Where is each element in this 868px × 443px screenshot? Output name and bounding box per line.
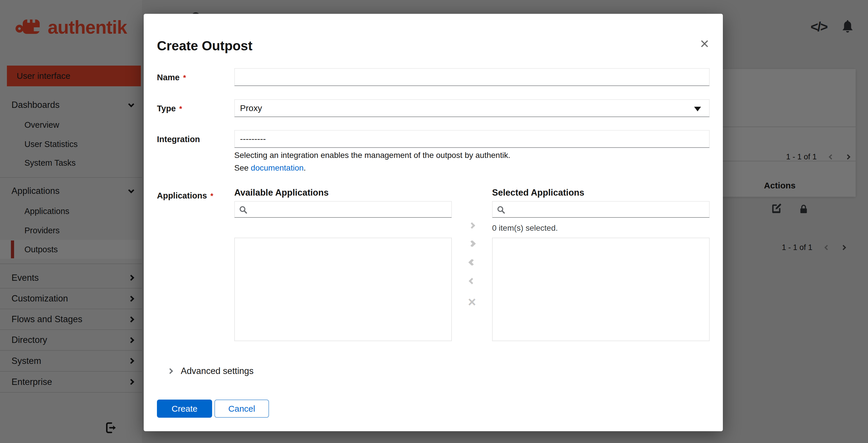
integration-label: Integration xyxy=(157,135,200,144)
create-outpost-modal: Create Outpost × Name* Type* Proxy xyxy=(144,14,723,431)
required-marker: * xyxy=(210,191,213,200)
label-text: Name xyxy=(157,73,180,82)
help-text: . xyxy=(304,164,306,172)
move-selected-left-button[interactable] xyxy=(452,279,492,283)
required-marker: * xyxy=(179,105,182,113)
search-icon xyxy=(497,205,505,214)
app-root: authentik User interface Dashboards Over… xyxy=(0,0,868,443)
transfer-controls: × xyxy=(452,187,492,341)
selected-applications-list[interactable] xyxy=(492,238,710,341)
label-text: Type xyxy=(157,104,176,113)
selected-search-input[interactable] xyxy=(509,202,707,217)
type-label: Type* xyxy=(157,104,182,113)
search-icon xyxy=(239,205,247,214)
selected-count: 0 item(s) selected. xyxy=(492,224,710,233)
label-text: Applications xyxy=(157,191,207,200)
double-chevron-left-icon xyxy=(469,259,476,266)
type-select-value: Proxy xyxy=(240,103,262,113)
move-all-right-button[interactable] xyxy=(452,241,492,246)
form-row-name: Name* xyxy=(157,68,710,86)
available-applications-title: Available Applications xyxy=(234,187,452,199)
modal-title: Create Outpost xyxy=(157,38,252,54)
help-text: See xyxy=(234,164,251,172)
available-search xyxy=(234,201,452,218)
move-selected-right-button[interactable] xyxy=(452,223,492,228)
selected-applications-pane: Selected Applications 0 item(s) selected… xyxy=(492,187,710,341)
advanced-settings-toggle[interactable]: Advanced settings xyxy=(168,365,253,377)
integration-help-line2: See documentation. xyxy=(234,164,306,173)
form-row-applications: Applications* Available Applications xyxy=(157,187,710,341)
caret-down-icon xyxy=(694,107,701,111)
modal-footer: Create Cancel xyxy=(157,400,269,418)
available-applications-pane: Available Applications xyxy=(234,187,452,341)
chevron-right-icon xyxy=(167,368,173,374)
selected-search xyxy=(492,201,710,218)
applications-label: Applications* xyxy=(157,191,213,201)
required-marker: * xyxy=(183,73,186,82)
integration-help-text: Selecting an integration enables the man… xyxy=(234,151,510,160)
documentation-link[interactable]: documentation xyxy=(251,164,304,172)
integration-select[interactable]: --------- xyxy=(234,130,710,148)
selected-applications-title: Selected Applications xyxy=(492,187,710,199)
remove-selection-button[interactable]: × xyxy=(452,297,492,307)
label-text: Integration xyxy=(157,135,200,144)
cancel-button[interactable]: Cancel xyxy=(214,400,269,418)
name-label: Name* xyxy=(157,73,186,82)
advanced-settings-label: Advanced settings xyxy=(181,366,253,376)
name-input[interactable] xyxy=(234,68,710,86)
form-row-integration: Integration --------- xyxy=(157,130,710,148)
available-applications-list[interactable] xyxy=(234,238,452,341)
remove-icon: × xyxy=(468,297,476,307)
move-all-left-button[interactable] xyxy=(452,260,492,265)
create-button[interactable]: Create xyxy=(157,400,212,418)
close-icon[interactable]: × xyxy=(700,36,709,51)
chevron-right-icon xyxy=(469,223,475,229)
available-search-input[interactable] xyxy=(251,202,449,217)
integration-select-value: --------- xyxy=(240,134,266,144)
form-row-type: Type* Proxy xyxy=(157,99,710,117)
type-select[interactable]: Proxy xyxy=(234,99,710,117)
chevron-left-icon xyxy=(469,278,475,285)
double-chevron-right-icon xyxy=(469,240,476,247)
